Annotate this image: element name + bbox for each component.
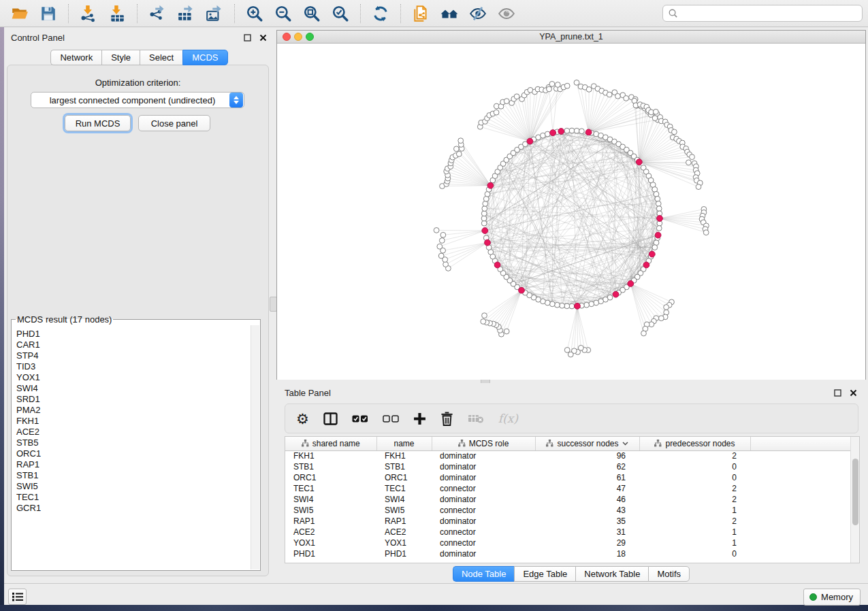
float-panel-icon[interactable] xyxy=(243,33,252,42)
result-list-item[interactable]: ACE2 xyxy=(16,427,251,437)
cell-shared-name[interactable]: SWI4 xyxy=(285,494,376,505)
network-node[interactable] xyxy=(481,319,486,325)
dominator-node[interactable] xyxy=(487,182,494,188)
delete-table-icon[interactable] xyxy=(468,414,484,423)
network-node[interactable] xyxy=(560,303,565,308)
cell-mcds-role[interactable]: dominator xyxy=(432,461,535,472)
network-node[interactable] xyxy=(482,206,487,212)
table-row[interactable]: FKH1FKH1dominator962 xyxy=(285,450,852,461)
dominator-node[interactable] xyxy=(636,159,642,165)
cell-shared-name[interactable]: TEC1 xyxy=(285,483,376,494)
network-node[interactable] xyxy=(568,352,573,357)
cell-successor-nodes[interactable]: 47 xyxy=(535,483,639,494)
network-node[interactable] xyxy=(615,93,621,99)
network-node[interactable] xyxy=(624,96,629,101)
cell-name[interactable]: ORC1 xyxy=(376,472,432,483)
result-list-item[interactable]: PMA2 xyxy=(16,405,251,416)
zoom-selected-icon[interactable] xyxy=(330,3,351,24)
column-header-predecessor-nodes[interactable]: predecessor nodes xyxy=(639,437,750,450)
network-node[interactable] xyxy=(438,253,444,259)
column-settings-icon[interactable]: ⚙ xyxy=(296,412,309,426)
close-panel-icon[interactable] xyxy=(849,389,858,397)
cell-successor-nodes[interactable]: 96 xyxy=(535,450,639,461)
open-file-icon[interactable] xyxy=(10,3,30,24)
float-panel-icon[interactable] xyxy=(833,389,842,397)
table-row[interactable]: SWI4SWI4dominator462 xyxy=(285,494,852,505)
tab-network-table[interactable]: Network Table xyxy=(575,566,648,582)
network-node[interactable] xyxy=(703,230,709,235)
table-row[interactable]: YOX1YOX1connector291 xyxy=(285,538,852,548)
cell-successor-nodes[interactable]: 35 xyxy=(535,516,639,527)
add-column-icon[interactable] xyxy=(413,412,426,425)
network-node[interactable] xyxy=(456,151,462,156)
network-node[interactable] xyxy=(437,244,443,249)
cell-successor-nodes[interactable]: 43 xyxy=(535,505,639,516)
cell-predecessor-nodes[interactable]: 1 xyxy=(639,527,750,538)
delete-column-icon[interactable] xyxy=(440,412,453,426)
dominator-node[interactable] xyxy=(643,262,649,268)
network-node[interactable] xyxy=(696,184,701,190)
dominator-node[interactable] xyxy=(613,291,619,297)
dominator-node[interactable] xyxy=(527,138,533,144)
network-node[interactable] xyxy=(547,86,552,92)
cell-shared-name[interactable]: ACE2 xyxy=(285,527,376,538)
network-node[interactable] xyxy=(564,83,570,88)
table-row[interactable]: RAP1RAP1dominator352 xyxy=(285,516,852,527)
network-node[interactable] xyxy=(458,138,464,144)
network-node[interactable] xyxy=(434,228,439,233)
network-node[interactable] xyxy=(652,116,658,121)
save-session-icon[interactable] xyxy=(38,3,59,24)
result-list-item[interactable]: CAR1 xyxy=(16,340,251,350)
cell-name[interactable]: PHD1 xyxy=(376,548,432,559)
table-scrollbar-thumb[interactable] xyxy=(852,459,858,525)
network-node[interactable] xyxy=(564,348,570,353)
cell-name[interactable]: STB1 xyxy=(376,461,432,472)
result-list-item[interactable]: SRD1 xyxy=(16,394,251,405)
dominator-node[interactable] xyxy=(575,303,581,309)
table-row[interactable]: ACE2ACE2connector311 xyxy=(285,527,852,538)
cell-shared-name[interactable]: YOX1 xyxy=(285,538,376,548)
table-row[interactable]: TEC1TEC1connector472 xyxy=(285,483,852,494)
network-node[interactable] xyxy=(564,303,570,309)
network-node[interactable] xyxy=(564,128,570,133)
network-manager-icon[interactable] xyxy=(439,3,460,24)
table-row[interactable]: STB1STB1dominator620 xyxy=(285,461,852,472)
network-node[interactable] xyxy=(569,128,575,133)
dominator-node[interactable] xyxy=(657,216,663,222)
tab-node-table[interactable]: Node Table xyxy=(453,566,515,582)
dominator-node[interactable] xyxy=(494,262,500,268)
network-node[interactable] xyxy=(656,201,661,207)
cell-name[interactable]: SWI5 xyxy=(376,505,432,516)
task-history-button[interactable] xyxy=(8,589,27,605)
network-node[interactable] xyxy=(481,211,487,216)
network-node[interactable] xyxy=(574,128,579,133)
close-panel-icon[interactable] xyxy=(259,33,268,42)
result-list-item[interactable]: TEC1 xyxy=(16,492,251,503)
cell-shared-name[interactable]: SWI5 xyxy=(285,505,376,516)
select-all-rows-icon[interactable] xyxy=(352,415,368,423)
network-node[interactable] xyxy=(574,80,579,86)
run-mcds-button[interactable]: Run MCDS xyxy=(65,115,131,131)
cell-predecessor-nodes[interactable]: 2 xyxy=(639,516,750,527)
network-node[interactable] xyxy=(607,92,612,97)
tab-motifs[interactable]: Motifs xyxy=(648,566,690,582)
close-panel-button[interactable]: Close panel xyxy=(138,115,210,131)
cell-name[interactable]: SWI4 xyxy=(376,494,432,505)
result-list-item[interactable]: GCR1 xyxy=(16,503,251,514)
cell-mcds-role[interactable]: dominator xyxy=(432,472,535,483)
import-table-icon[interactable] xyxy=(107,3,127,24)
cell-mcds-role[interactable]: dominator xyxy=(432,516,535,527)
result-list-item[interactable]: FKH1 xyxy=(16,416,251,427)
cell-shared-name[interactable]: RAP1 xyxy=(285,516,376,527)
cell-predecessor-nodes[interactable]: 1 xyxy=(639,505,750,516)
network-node[interactable] xyxy=(549,82,555,87)
network-node[interactable] xyxy=(586,87,592,93)
cell-mcds-role[interactable]: dominator xyxy=(432,450,535,461)
hide-panel-icon[interactable] xyxy=(468,3,488,24)
network-node[interactable] xyxy=(579,129,585,134)
cell-name[interactable]: ACE2 xyxy=(376,527,432,538)
network-node[interactable] xyxy=(589,301,594,307)
network-node[interactable] xyxy=(686,160,692,165)
network-node[interactable] xyxy=(584,302,590,308)
network-node[interactable] xyxy=(664,305,669,310)
